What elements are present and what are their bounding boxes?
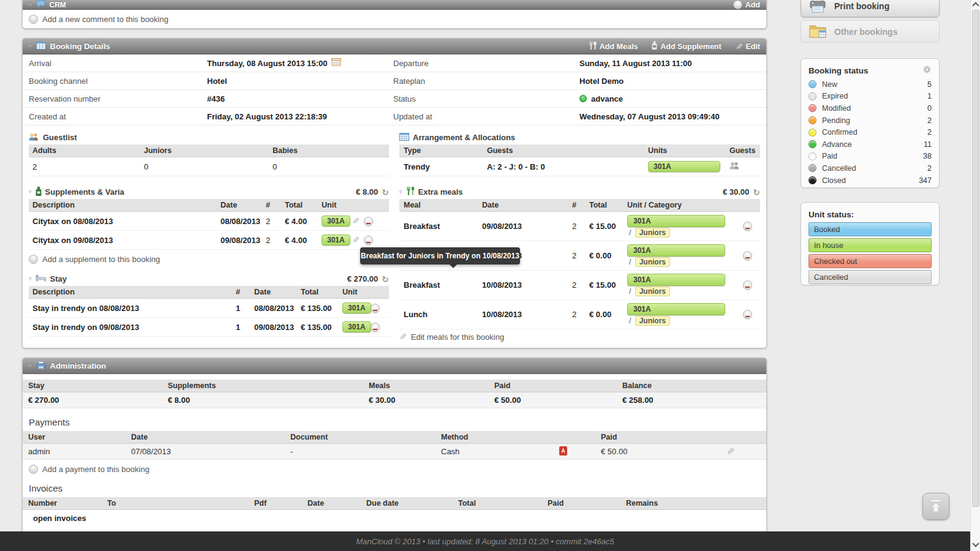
vertical-scrollbar[interactable] [970, 0, 980, 551]
unit-category-cell: 301A / Juniors [627, 215, 743, 238]
remove-icon[interactable] [743, 222, 752, 231]
row-actions [743, 280, 760, 290]
field-label: Departure [393, 54, 579, 72]
category-badge[interactable]: Juniors [635, 287, 670, 296]
remove-icon[interactable] [371, 304, 380, 313]
refresh-icon[interactable]: ↻ [382, 274, 389, 284]
meal-total: € 0.00 [589, 310, 627, 319]
people-icon [29, 133, 39, 143]
refresh-icon[interactable]: ↻ [382, 187, 389, 197]
status-dot-icon [579, 95, 587, 102]
arrangement-type: Trendy [399, 162, 487, 171]
status-count: 1 [927, 92, 932, 100]
unit-badge[interactable]: 301A [627, 303, 725, 315]
detail-row: Reservation number #436 Status advance [23, 90, 766, 108]
add-supplement-button[interactable]: Add Supplement [652, 41, 721, 51]
collapse-icon[interactable]: ▿ [29, 189, 32, 195]
scroll-to-top-button[interactable] [922, 493, 949, 520]
gear-icon[interactable] [922, 65, 932, 76]
add-comment-link[interactable]: + Add a new comment to this booking [23, 10, 766, 28]
unit-badge[interactable]: 301A [342, 302, 371, 313]
remove-icon[interactable] [364, 217, 373, 226]
tooltip: Breakfast for Juniors in Trendy on 10/08… [360, 247, 520, 264]
category-badge[interactable]: Juniors [635, 257, 670, 267]
edit-booking-button[interactable]: ✎ Edit [736, 42, 760, 51]
unit-badge[interactable]: 301A [627, 215, 725, 227]
collapse-icon[interactable]: ▿ [29, 2, 32, 7]
booking-status-item: Paid 38 [809, 151, 932, 163]
edit-icon[interactable]: ✎ [352, 217, 360, 225]
meal-date: 09/08/2013 [482, 222, 572, 231]
supplement-description: Citytax on 08/08/2013 [29, 217, 221, 226]
edit-icon[interactable]: ✎ [352, 236, 360, 244]
status-dot-icon [809, 80, 816, 88]
supplement-date: 08/08/2013 [221, 217, 266, 226]
status-count: 0 [927, 104, 932, 113]
unit-badge[interactable]: 301A [342, 321, 371, 332]
unit-status-label: In house [814, 241, 843, 250]
unit-status-title: Unit status: [809, 210, 932, 219]
category-line: / Juniors [629, 228, 725, 238]
field-label: Booking channel [23, 72, 207, 89]
detail-row: Booking channel Hotel Rateplan Hotel Dem… [23, 72, 766, 90]
arrangement-row: Trendy A: 2 - J: 0 - B: 0 301A [399, 157, 760, 176]
collapse-icon[interactable]: ▿ [29, 43, 32, 49]
stay-description: Stay in trendy on 09/08/2013 [29, 323, 236, 332]
col-header: Date [307, 499, 366, 508]
edit-icon[interactable]: ✎ [726, 447, 734, 457]
supplements-title-row: ▿ Supplements & Varia € 8.00 ↻ [29, 185, 389, 199]
remove-icon[interactable] [364, 236, 373, 245]
unit-badge[interactable]: 301A [627, 274, 725, 286]
add-payment-link[interactable]: + Add a payment to this booking [23, 460, 766, 478]
add-meals-button[interactable]: Add Meals [589, 42, 638, 51]
unit-status-checkedout: Checked out [809, 254, 932, 268]
scroll-up-arrow-icon[interactable] [972, 2, 979, 9]
meal-date: 10/08/2013 [482, 280, 572, 290]
stay-total-amount: € 270.00 [23, 395, 168, 405]
col-header: Pdf [254, 499, 307, 508]
unit-badge[interactable]: 301A [322, 216, 350, 227]
unit-cell: 301A [342, 302, 371, 313]
payments-heading: Payments [29, 417, 766, 427]
collapse-icon[interactable]: ▿ [399, 189, 402, 195]
supplements-header: Description Date # Total Unit [29, 199, 389, 212]
pdf-icon[interactable] [559, 446, 567, 457]
guests-people-icon[interactable] [729, 162, 760, 171]
scroll-down-arrow-icon[interactable] [972, 540, 979, 547]
remove-icon[interactable] [743, 310, 752, 319]
category-badge[interactable]: Juniors [635, 316, 670, 326]
left-column: Guestlist Adults Juniors Babies 2 0 0 ▿ [29, 130, 389, 344]
unit-badge[interactable]: 301A [627, 244, 725, 257]
adults-count: 2 [29, 162, 144, 171]
scrollbar-thumb[interactable] [972, 10, 979, 507]
col-header: Juniors [144, 146, 273, 155]
collapse-icon[interactable]: ▿ [29, 276, 32, 282]
col-header: Paid [601, 433, 766, 441]
category-badge[interactable]: Juniors [635, 228, 670, 238]
unit-category-cell: 301A / Juniors [627, 244, 743, 267]
col-header: Units [648, 146, 729, 155]
booking-status-title: Booking status [809, 66, 922, 75]
print-booking-button[interactable]: Print booking [801, 0, 940, 17]
babies-count: 0 [273, 162, 389, 171]
unit-badge[interactable]: 301A [322, 234, 350, 246]
unit-category-cell: 301A / Juniors [627, 274, 743, 296]
status-count: 2 [927, 164, 932, 173]
collapse-icon[interactable]: ▿ [29, 363, 32, 369]
other-bookings-button[interactable]: Other bookings [801, 20, 940, 43]
supplements-total-amount: € 8.00 [168, 395, 369, 405]
invoices-header: Number To Pdf Date Due date Total Paid R… [23, 497, 766, 510]
field-label: Created at [23, 108, 207, 125]
remove-icon[interactable] [743, 251, 752, 260]
unit-badge[interactable]: 301A [648, 161, 720, 172]
add-meals-label: Add Meals [600, 42, 638, 51]
meal-row: Lunch 10/08/2013 2 € 0.00 301A / Juniors [399, 300, 760, 329]
refresh-icon[interactable]: ↻ [753, 187, 760, 197]
remove-icon[interactable] [743, 280, 752, 290]
crm-add-button[interactable]: + Add [733, 0, 760, 9]
remove-icon[interactable] [371, 323, 380, 332]
calendar-icon[interactable] [331, 54, 341, 72]
edit-meals-link[interactable]: ✎ Edit meals for this booking [399, 329, 760, 344]
col-header: Due date [366, 499, 458, 508]
add-supplement-link[interactable]: + Add a supplement to this booking [29, 250, 389, 268]
